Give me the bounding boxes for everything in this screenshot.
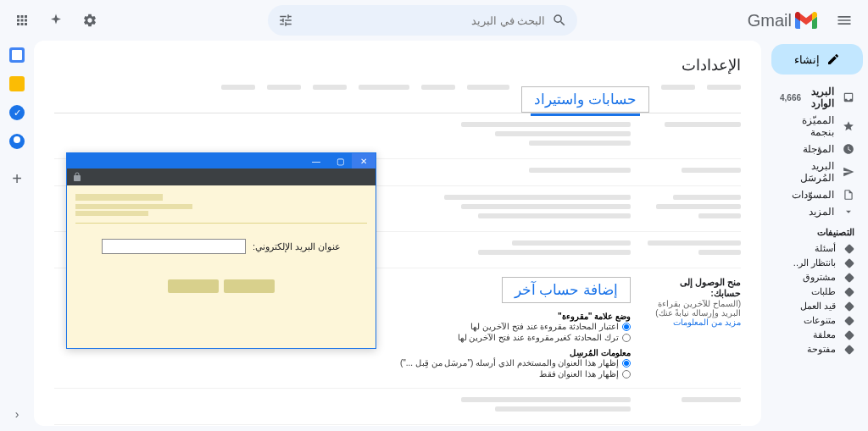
dialog-body: عنوان البريد الإلكتروني:	[67, 185, 376, 301]
tab-placeholder[interactable]	[221, 85, 255, 90]
tab-placeholder[interactable]	[359, 85, 409, 90]
settings-toolbar: الإعدادات	[54, 51, 741, 85]
dialog-button[interactable]	[168, 279, 219, 293]
label-item[interactable]: معلقة	[771, 328, 863, 342]
gear-icon	[82, 13, 97, 28]
contacts-addon[interactable]	[9, 134, 25, 149]
label-icon	[844, 273, 854, 283]
close-button[interactable]: ✕	[352, 153, 376, 169]
sparkle-icon	[48, 13, 64, 28]
nav-drafts[interactable]: المسوّدات	[771, 186, 863, 203]
dialog-sub-placeholder	[75, 211, 148, 216]
sender-option2[interactable]: إظهار هذا العنوان فقط	[54, 368, 631, 379]
clock-icon	[843, 143, 854, 155]
compose-button[interactable]: إنشاء	[771, 44, 863, 75]
side-panel: + ‹	[0, 41, 34, 431]
chevron-down-icon	[843, 206, 854, 218]
radio-icon[interactable]	[622, 370, 631, 379]
email-input[interactable]	[102, 239, 246, 254]
radio-icon[interactable]	[622, 323, 631, 331]
pencil-icon	[826, 52, 840, 66]
dialog-addressbar	[67, 169, 376, 185]
tasks-addon[interactable]	[9, 105, 25, 120]
nav-inbox[interactable]: البريد الوارد 4,666	[771, 83, 863, 112]
sender-option1[interactable]: إظهار هذا العنوان والمستخدم الذي أرسله (…	[54, 357, 631, 368]
settings-row	[54, 425, 741, 426]
hamburger-icon	[836, 12, 853, 29]
label-item[interactable]: بانتظار الر..	[771, 256, 863, 270]
header-brand: Gmail	[741, 3, 861, 37]
nav-snoozed[interactable]: المؤجلة	[771, 141, 863, 157]
radio-icon[interactable]	[622, 359, 631, 367]
label-item[interactable]: طلبات	[771, 285, 863, 299]
label-icon	[844, 316, 854, 326]
tab-placeholder[interactable]	[267, 85, 301, 90]
radio-icon[interactable]	[622, 334, 631, 342]
settings-tabs: حسابات واستيراد	[54, 85, 741, 113]
labels-heading: التصنيفات	[771, 220, 863, 241]
nav-snoozed-label: المؤجلة	[803, 143, 834, 155]
settings-row	[54, 389, 741, 425]
collapse-panel-button[interactable]: ‹	[15, 407, 19, 421]
label-item[interactable]: متنوعات	[771, 313, 863, 328]
grant-access-sub: (السماح للآخرين بقراءة البريد وإرساله ني…	[648, 299, 741, 318]
nav-starred[interactable]: المميّزة بنجمة	[771, 112, 863, 141]
tab-placeholder[interactable]	[467, 85, 509, 90]
add-account-dialog: — ▢ ✕ عنوان البريد الإلكتروني:	[66, 152, 376, 349]
label-item[interactable]: مفتوحة	[771, 342, 863, 356]
main-menu-button[interactable]	[827, 3, 861, 37]
apps-button[interactable]	[7, 5, 37, 36]
search-area	[112, 5, 734, 36]
star-icon	[843, 120, 854, 132]
email-field-label: عنوان البريد الإلكتروني:	[253, 241, 341, 252]
add-addon-button[interactable]: +	[12, 169, 22, 189]
tab-placeholder[interactable]	[421, 85, 455, 90]
calendar-addon[interactable]	[9, 47, 25, 63]
product-name: Gmail	[748, 11, 792, 30]
compose-label: إنشاء	[794, 53, 820, 66]
dialog-heading-placeholder	[75, 194, 163, 201]
more-info-link[interactable]: مزيد من المعلومات	[648, 318, 741, 327]
search-options-icon[interactable]	[278, 13, 293, 28]
label-icon	[844, 301, 854, 312]
dialog-titlebar: — ▢ ✕	[67, 153, 376, 169]
inbox-icon	[843, 91, 854, 103]
gmail-logo[interactable]: Gmail	[741, 11, 824, 30]
nav-starred-label: المميّزة بنجمة	[780, 114, 834, 138]
dialog-buttons	[75, 279, 367, 293]
nav-inbox-label: البريد الوارد	[810, 86, 834, 109]
minimize-button[interactable]: —	[304, 153, 328, 169]
sender-info-title: معلومات المُرسِل	[54, 348, 631, 357]
search-input[interactable]	[300, 14, 545, 27]
grant-access-title: منح الوصول إلى حسابك:	[648, 277, 741, 299]
email-field-row: عنوان البريد الإلكتروني:	[75, 239, 367, 254]
label-icon	[844, 258, 854, 268]
nav-sent-label: البريد المُرسَل	[780, 160, 834, 184]
lock-icon	[72, 172, 82, 182]
settings-button[interactable]	[75, 5, 105, 36]
header-actions	[7, 5, 105, 36]
nav-sent[interactable]: البريد المُرسَل	[771, 157, 863, 186]
dialog-button[interactable]	[224, 279, 275, 293]
gmail-m-icon	[795, 12, 817, 29]
tab-placeholder[interactable]	[707, 85, 741, 90]
nav-more-label: المزيد	[809, 206, 834, 218]
label-item[interactable]: مشتروق	[771, 270, 863, 285]
nav-more[interactable]: المزيد	[771, 203, 863, 220]
search-box[interactable]	[268, 5, 577, 36]
divider	[75, 223, 367, 224]
apps-grid-icon	[14, 13, 30, 28]
label-item[interactable]: قيد العمل	[771, 299, 863, 313]
label-icon	[844, 287, 854, 297]
dialog-sub-placeholder	[75, 204, 192, 209]
label-icon	[844, 345, 854, 355]
maximize-button[interactable]: ▢	[328, 153, 352, 169]
tab-accounts-import[interactable]: حسابات واستيراد	[521, 86, 649, 113]
tab-placeholder[interactable]	[313, 85, 347, 90]
add-account-link[interactable]: إضافة حساب آخر	[502, 277, 631, 303]
sidebar: إنشاء البريد الوارد 4,666 المميّزة بنجمة…	[766, 41, 868, 431]
ai-button[interactable]	[41, 5, 71, 36]
keep-addon[interactable]	[9, 76, 25, 91]
tab-placeholder[interactable]	[661, 85, 695, 90]
label-item[interactable]: أسئلة	[771, 241, 863, 256]
